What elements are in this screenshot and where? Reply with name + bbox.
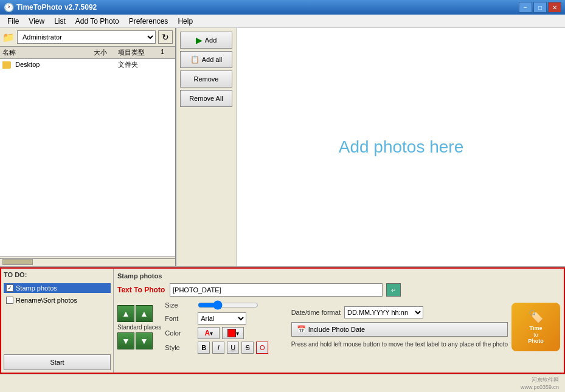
arrow-down-right[interactable]: ▼ [136, 332, 153, 349]
stamp-checkbox[interactable]: ✓ [6, 284, 13, 292]
photo-date-input[interactable] [170, 283, 383, 297]
style-underline-btn[interactable]: U [227, 342, 239, 354]
style-bold-btn[interactable]: B [198, 342, 210, 354]
col-extra: 1 [161, 48, 173, 57]
add-all-button[interactable]: 📋 Add all [180, 51, 232, 68]
logo-text: 河东软件网 www.pc0359.cn [518, 375, 561, 391]
main-container: 📁 Administrator ↻ 名称 大小 项目类型 1 Desktop [0, 28, 565, 392]
title-bar: 🕐 TimeToPhoto v2.7.5092 − □ ✕ [0, 0, 565, 15]
col-type: 项目类型 [118, 48, 161, 57]
color-dropdown-icon2: ▾ [236, 330, 239, 337]
footer: 河东软件网 www.pc0359.cn [0, 374, 565, 392]
file-header: 名称 大小 项目类型 1 [0, 47, 175, 59]
color-button2[interactable]: ▾ [222, 327, 244, 339]
style-label: Style [165, 344, 195, 351]
size-slider[interactable] [198, 300, 258, 310]
nav-button[interactable]: ↻ [158, 30, 173, 44]
menu-view[interactable]: View [24, 16, 49, 27]
menu-bar: File View List Add To Photo Preferences … [0, 15, 565, 28]
title-bar-buttons: − □ ✕ [519, 2, 561, 13]
arrow-up-right[interactable]: ▲ [136, 305, 153, 322]
todo-title: TO DO: [4, 271, 111, 278]
menu-file[interactable]: File [2, 16, 24, 27]
style-strike-btn[interactable]: S [241, 342, 254, 354]
hint-text: Press and hold left mouse button to move… [291, 340, 508, 348]
maximize-button[interactable]: □ [533, 2, 547, 13]
horizontal-scrollbar[interactable] [0, 256, 175, 266]
add-button[interactable]: ▶ Add [180, 32, 232, 49]
arrow-up-left[interactable]: ▲ [117, 305, 134, 322]
file-name: Desktop [2, 61, 94, 69]
font-select[interactable]: Arial [198, 312, 246, 325]
style-outline-btn[interactable]: O [256, 342, 268, 354]
color-dropdown-icon: ▾ [210, 330, 213, 337]
color-a-label: A [204, 329, 210, 337]
remove-button[interactable]: Remove [180, 70, 232, 88]
col-name: 名称 [2, 48, 94, 57]
title-bar-icon: 🕐 [4, 2, 14, 12]
top-section: 📁 Administrator ↻ 名称 大小 项目类型 1 Desktop [0, 28, 565, 267]
rename-checkbox[interactable] [6, 297, 13, 304]
path-dropdown[interactable]: Administrator [17, 30, 156, 44]
start-button[interactable]: Start [4, 354, 111, 370]
datetime-label: Date/time format [291, 309, 341, 316]
button-panel: ▶ Add 📋 Add all Remove Remove All [176, 28, 237, 266]
color-button[interactable]: A ▾ [198, 327, 220, 339]
style-italic-btn[interactable]: I [212, 342, 224, 354]
std-places-label: Standard places [117, 324, 161, 331]
file-type: 文件夹 [118, 60, 161, 69]
color-label: Color [165, 329, 195, 337]
todo-item-rename[interactable]: Rename\Sort photos [4, 295, 111, 305]
menu-help[interactable]: Help [173, 16, 198, 27]
file-row[interactable]: Desktop 文件夹 [0, 59, 175, 70]
file-panel: 📁 Administrator ↻ 名称 大小 项目类型 1 Desktop [0, 28, 176, 266]
size-label: Size [165, 301, 195, 309]
todo-item-stamp[interactable]: ✓ Stamp photos [4, 283, 111, 293]
folder-icon [2, 61, 11, 69]
col-size: 大小 [94, 48, 118, 57]
enter-button[interactable]: ↵ [386, 283, 401, 297]
menu-preferences[interactable]: Preferences [124, 16, 173, 27]
remove-all-button[interactable]: Remove All [180, 90, 232, 107]
add-arrow-icon: ▶ [196, 35, 203, 45]
minimize-button[interactable]: − [519, 2, 532, 13]
menu-add-to-photo[interactable]: Add To Photo [71, 16, 124, 27]
folder-icon-path: 📁 [2, 32, 15, 43]
watermark-image: 🏷️ Time to Photo [511, 303, 560, 351]
file-list: Desktop 文件夹 [0, 59, 175, 256]
photo-display: Add photos here [237, 28, 565, 266]
text-to-photo-row: Text To Photo ↵ [117, 283, 560, 297]
stamp-panel: Stamp photos Text To Photo ↵ ▲ ▲ [114, 269, 564, 373]
datetime-format-select[interactable]: DD.MM.YYYY hh:nn [344, 306, 423, 318]
add-all-icon: 📋 [190, 55, 199, 64]
top-right-area: ▶ Add 📋 Add all Remove Remove All Add ph… [176, 28, 565, 266]
menu-list[interactable]: List [49, 16, 71, 27]
add-photos-placeholder: Add photos here [339, 137, 464, 157]
text-to-photo-label: Text To Photo [117, 286, 166, 294]
todo-panel: TO DO: ✓ Stamp photos Rename\Sort photos… [1, 269, 114, 373]
calendar-icon: 📅 [297, 325, 306, 334]
arrow-down-left[interactable]: ▼ [117, 332, 134, 349]
bottom-section: TO DO: ✓ Stamp photos Rename\Sort photos… [0, 267, 565, 374]
stamp-title: Stamp photos [117, 272, 560, 280]
font-label: Font [165, 315, 195, 322]
size-datetime-row: ▲ ▲ Standard places ▼ ▼ Size [117, 300, 560, 354]
path-bar: 📁 Administrator ↻ [0, 28, 175, 47]
color-swatch [227, 329, 236, 337]
close-button[interactable]: ✕ [548, 2, 561, 13]
title-bar-text: TimeToPhoto v2.7.5092 [16, 3, 519, 12]
include-photo-date-button[interactable]: 📅 Include Photo Date [291, 322, 508, 337]
